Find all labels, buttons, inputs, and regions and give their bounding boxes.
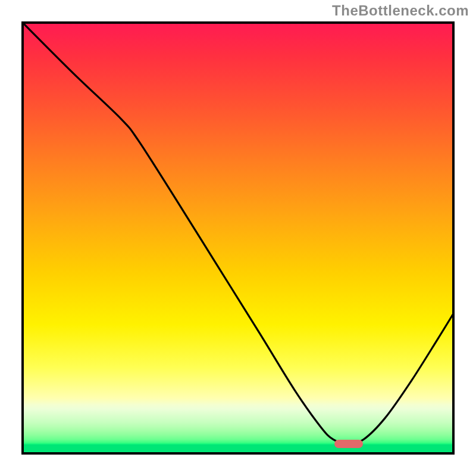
gradient-background [21, 21, 455, 455]
optimal-marker [334, 440, 363, 448]
watermark-text: TheBottleneck.com [332, 2, 469, 19]
chart-stage: TheBottleneck.com [0, 0, 476, 476]
